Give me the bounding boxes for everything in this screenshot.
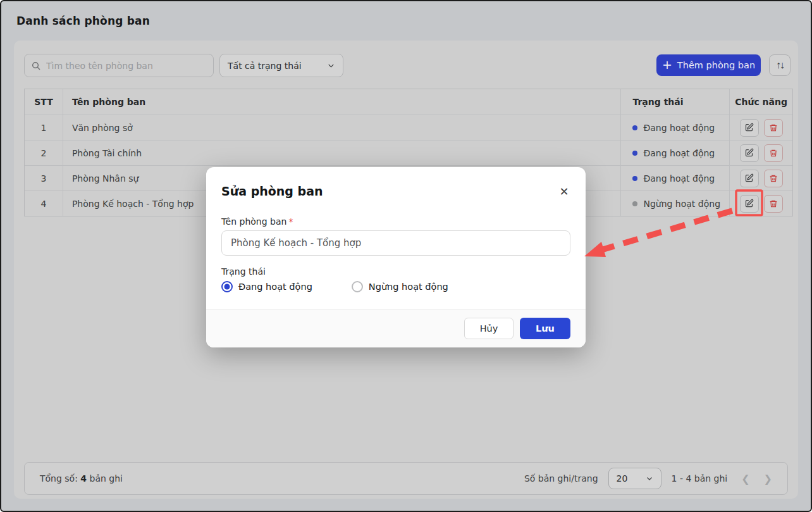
next-page-button[interactable]: ❯: [764, 473, 772, 485]
plus-icon: +: [662, 59, 672, 71]
radio-option-active[interactable]: Đang hoạt động: [221, 281, 312, 292]
row-stt: 2: [25, 140, 63, 165]
status-text: Đang hoạt động: [643, 173, 715, 184]
radio-active-label: Đang hoạt động: [238, 282, 312, 292]
app-window: Danh sách phòng ban Tất cả trạng thái + …: [0, 0, 812, 512]
name-field-label: Tên phòng ban*: [221, 216, 293, 227]
row-actions: [729, 140, 792, 165]
edit-button[interactable]: [740, 119, 759, 137]
trash-icon: [769, 174, 778, 183]
add-department-label: Thêm phòng ban: [677, 60, 755, 70]
table-header-row: STT Tên phòng ban Trạng thái Chức năng: [25, 89, 792, 115]
status-radio-group: Đang hoạt động Ngừng hoạt động: [221, 281, 448, 292]
add-department-button[interactable]: + Thêm phòng ban: [656, 54, 761, 76]
trash-icon: [769, 199, 778, 208]
edit-pencil-icon: [744, 199, 754, 208]
row-actions: [729, 166, 792, 190]
chevron-down-icon: [327, 61, 335, 70]
chevron-down-icon: [646, 475, 653, 482]
range-text: 1 - 4 bản ghi: [672, 473, 728, 484]
row-stt: 3: [25, 166, 63, 190]
delete-button[interactable]: [764, 170, 783, 187]
prev-page-button[interactable]: ❮: [741, 473, 749, 485]
per-page-value: 20: [617, 473, 628, 484]
status-field-label: Trạng thái: [221, 266, 266, 277]
total-suffix: bản ghi: [90, 473, 123, 484]
trash-icon: [769, 123, 778, 132]
department-name-input[interactable]: [221, 230, 570, 256]
header-actions: Chức năng: [729, 89, 792, 115]
row-name: Văn phòng sở: [63, 115, 621, 140]
status-filter-select[interactable]: Tất cả trạng thái: [219, 54, 343, 77]
delete-button[interactable]: [764, 144, 783, 162]
row-stt: 1: [25, 115, 63, 140]
save-button[interactable]: Lưu: [520, 318, 570, 339]
table-row: 1 Văn phòng sở Đang hoạt động: [25, 115, 792, 140]
modal-footer: Hủy Lưu: [206, 309, 586, 347]
trash-icon: [769, 149, 778, 158]
header-status: Trạng thái: [620, 89, 729, 115]
header-name: Tên phòng ban: [63, 89, 621, 115]
edit-pencil-icon: [744, 148, 754, 158]
row-status: Ngừng hoạt động: [620, 191, 729, 216]
edit-button[interactable]: [740, 170, 759, 187]
per-page-select[interactable]: 20: [608, 468, 661, 489]
header-stt: STT: [25, 89, 63, 115]
edit-pencil-icon: [744, 173, 754, 183]
row-actions: [729, 115, 792, 140]
edit-pencil-icon: [744, 123, 754, 132]
sort-button[interactable]: ↑↓: [769, 54, 790, 76]
search-icon: [31, 61, 41, 71]
search-input[interactable]: [46, 61, 207, 71]
total-prefix: Tổng số:: [40, 473, 78, 484]
edit-button[interactable]: [740, 144, 759, 162]
status-text: Đang hoạt động: [643, 123, 715, 133]
status-text: Ngừng hoạt động: [643, 199, 720, 209]
table-row: 2 Phòng Tài chính Đang hoạt động: [25, 140, 792, 165]
cancel-button[interactable]: Hủy: [464, 318, 514, 339]
modal-title: Sửa phòng ban: [221, 184, 323, 198]
status-dot-active: [632, 151, 637, 156]
radio-selected-icon[interactable]: [221, 281, 233, 292]
radio-unselected-icon[interactable]: [352, 281, 363, 292]
pagination-bar: Tổng số: 4 bản ghi Số bản ghi/trang 20 1…: [24, 462, 788, 495]
delete-button[interactable]: [764, 195, 783, 213]
page-title: Danh sách phòng ban: [16, 15, 150, 27]
edit-button-highlighted[interactable]: [740, 195, 759, 213]
total-count: 4: [80, 473, 87, 484]
status-dot-inactive: [632, 201, 637, 206]
row-status: Đang hoạt động: [620, 115, 729, 140]
total-records: Tổng số: 4 bản ghi: [40, 473, 123, 484]
delete-button[interactable]: [764, 119, 783, 137]
per-page-label: Số bản ghi/trang: [524, 473, 598, 484]
close-icon[interactable]: ✕: [555, 182, 573, 200]
status-filter-value: Tất cả trạng thái: [228, 61, 302, 71]
status-dot-active: [632, 125, 637, 130]
radio-inactive-label: Ngừng hoạt động: [369, 282, 448, 292]
sort-arrows-icon: ↑↓: [776, 59, 784, 71]
row-name: Phòng Tài chính: [63, 140, 621, 165]
edit-department-modal: Sửa phòng ban ✕ Tên phòng ban* Trạng thá…: [206, 167, 586, 347]
search-box[interactable]: [24, 54, 214, 77]
radio-option-inactive[interactable]: Ngừng hoạt động: [352, 281, 448, 292]
row-actions: [729, 191, 792, 216]
status-dot-active: [632, 176, 637, 181]
row-stt: 4: [25, 191, 63, 216]
row-status: Đang hoạt động: [620, 166, 729, 190]
required-asterisk: *: [288, 216, 293, 227]
status-text: Đang hoạt động: [643, 148, 715, 158]
row-status: Đang hoạt động: [620, 140, 729, 165]
